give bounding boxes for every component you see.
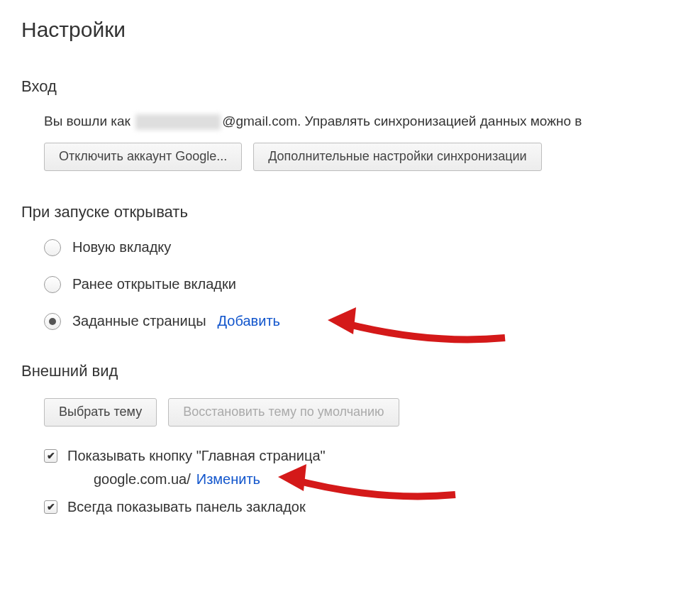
change-home-link[interactable]: Изменить: [196, 471, 260, 488]
signin-domain: @gmail.com.: [222, 114, 301, 128]
disconnect-google-button[interactable]: Отключить аккаунт Google...: [44, 143, 242, 171]
checkbox-checked-icon: ✔: [44, 449, 57, 463]
checkbox-checked-icon: ✔: [44, 500, 57, 514]
section-signin: Вход Вы вошли как @gmail.com. Управлять …: [21, 77, 688, 171]
email-blurred: [135, 114, 221, 130]
section-appearance: Внешний вид Выбрать тему Восстановить те…: [21, 362, 688, 515]
radio-icon: [44, 276, 61, 293]
svg-marker-0: [328, 307, 356, 334]
signin-prefix: Вы вошли как: [44, 114, 134, 128]
radio-icon-checked: [44, 313, 61, 330]
radio-label: Заданные страницы: [72, 313, 206, 329]
home-url-row: google.com.ua/ Изменить: [44, 471, 688, 488]
startup-title: При запуске открывать: [21, 203, 688, 221]
radio-icon: [44, 239, 61, 256]
add-pages-link[interactable]: Добавить: [218, 313, 280, 329]
show-home-button-checkbox[interactable]: ✔ Показывать кнопку "Главная страница": [44, 448, 688, 464]
page-title: Настройки: [21, 18, 688, 42]
radio-label: Новую вкладку: [72, 239, 171, 255]
section-startup: При запуске открывать Новую вкладку Ране…: [21, 203, 688, 330]
choose-theme-button[interactable]: Выбрать тему: [44, 398, 157, 427]
signin-status-text: Вы вошли как @gmail.com. Управлять синхр…: [44, 114, 688, 130]
radio-label: Ранее открытые вкладки: [72, 276, 236, 292]
advanced-sync-button[interactable]: Дополнительные настройки синхронизации: [253, 143, 541, 171]
startup-radio-previous-tabs[interactable]: Ранее открытые вкладки: [44, 276, 688, 293]
signin-suffix: Управлять синхронизацией данных можно в: [301, 114, 582, 128]
home-url-text: google.com.ua/: [94, 471, 191, 488]
appearance-title: Внешний вид: [21, 362, 688, 380]
signin-title: Вход: [21, 77, 688, 96]
checkbox-label: Всегда показывать панель закладок: [67, 499, 306, 515]
reset-theme-button[interactable]: Восстановить тему по умолчанию: [168, 398, 399, 427]
startup-radio-new-tab[interactable]: Новую вкладку: [44, 239, 688, 256]
show-bookmarks-bar-checkbox[interactable]: ✔ Всегда показывать панель закладок: [44, 499, 688, 515]
startup-radio-specific-pages[interactable]: Заданные страницы Добавить: [44, 313, 688, 330]
svg-marker-1: [278, 464, 306, 491]
annotation-arrow-icon: [328, 299, 512, 348]
checkbox-label: Показывать кнопку "Главная страница": [67, 448, 326, 464]
